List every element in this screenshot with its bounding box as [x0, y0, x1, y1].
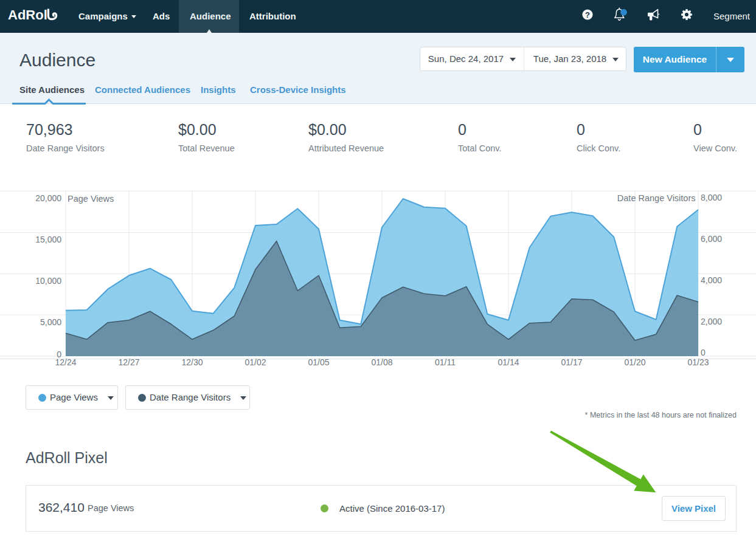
svg-text:6,000: 6,000	[701, 234, 722, 244]
svg-text:Page Views: Page Views	[68, 194, 114, 204]
svg-text:01/05: 01/05	[308, 357, 329, 367]
svg-text:01/23: 01/23	[687, 357, 709, 367]
svg-text:10,000: 10,000	[35, 276, 61, 286]
svg-text:12/27: 12/27	[118, 357, 139, 367]
svg-text:8,000: 8,000	[701, 193, 722, 202]
svg-text:15,000: 15,000	[35, 235, 61, 244]
svg-text:0: 0	[701, 348, 706, 357]
svg-text:01/20: 01/20	[624, 357, 645, 367]
svg-text:20,000: 20,000	[35, 193, 61, 203]
svg-text:01/02: 01/02	[244, 357, 266, 367]
svg-text:01/08: 01/08	[371, 357, 392, 367]
svg-text:01/11: 01/11	[435, 357, 456, 367]
svg-text:12/30: 12/30	[181, 357, 203, 367]
svg-text:Date Range Visitors: Date Range Visitors	[617, 193, 696, 203]
svg-text:01/17: 01/17	[561, 357, 582, 367]
svg-text:AdRol: AdRol	[8, 7, 47, 22]
svg-text:4,000: 4,000	[701, 275, 722, 285]
svg-text:2,000: 2,000	[701, 317, 722, 326]
svg-text:?: ?	[585, 10, 590, 19]
svg-text:12/24: 12/24	[55, 357, 76, 367]
svg-text:01/14: 01/14	[498, 357, 519, 367]
svg-text:5,000: 5,000	[40, 317, 61, 327]
